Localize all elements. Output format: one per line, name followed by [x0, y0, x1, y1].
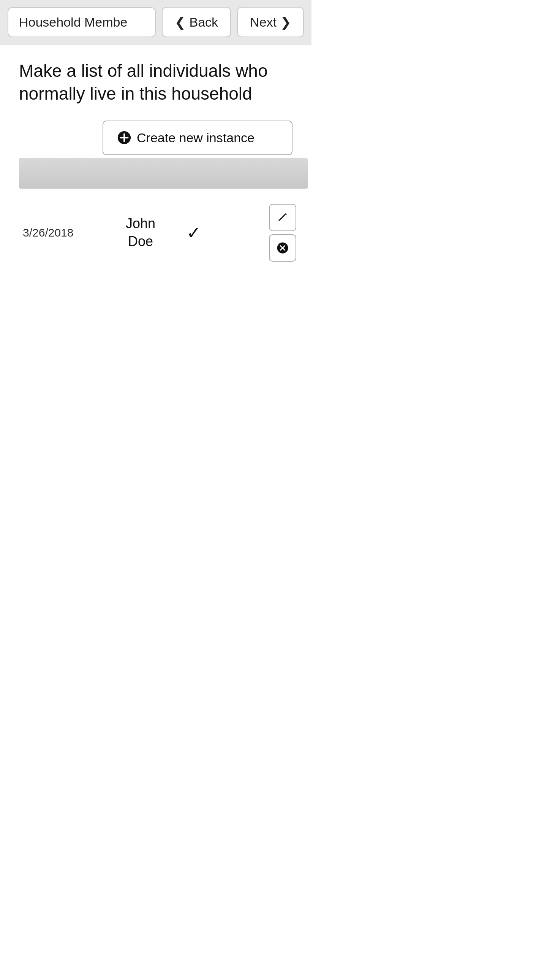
- table-row: 3/26/2018 JohnDoe ✓: [19, 196, 300, 269]
- instance-complete-checkmark: ✓: [182, 223, 205, 243]
- instance-list: 3/26/2018 JohnDoe ✓: [19, 196, 300, 269]
- back-label: Back: [189, 15, 218, 30]
- separator-bar: [19, 158, 308, 189]
- create-instance-label: Create new instance: [137, 130, 255, 145]
- header: Household Membe ❮ Back Next ❯: [0, 0, 311, 45]
- main-content: Make a list of all individuals who norma…: [0, 45, 311, 281]
- instance-name: JohnDoe: [110, 215, 171, 251]
- next-label: Next: [250, 15, 276, 30]
- page-heading: Make a list of all individuals who norma…: [19, 60, 292, 105]
- create-instance-button[interactable]: Create new instance: [103, 121, 292, 155]
- back-button[interactable]: ❮ Back: [162, 7, 231, 37]
- page-title: Household Membe: [8, 7, 156, 37]
- pencil-icon: [276, 212, 289, 224]
- chevron-left-icon: ❮: [175, 14, 186, 30]
- next-button[interactable]: Next ❯: [237, 7, 304, 37]
- delete-instance-button[interactable]: [269, 234, 296, 262]
- plus-circle-icon: [117, 130, 132, 145]
- edit-instance-button[interactable]: [269, 204, 296, 231]
- chevron-right-icon: ❯: [280, 14, 291, 30]
- instance-date: 3/26/2018: [23, 226, 99, 239]
- times-circle-icon: [276, 242, 289, 254]
- instance-actions: [269, 204, 296, 262]
